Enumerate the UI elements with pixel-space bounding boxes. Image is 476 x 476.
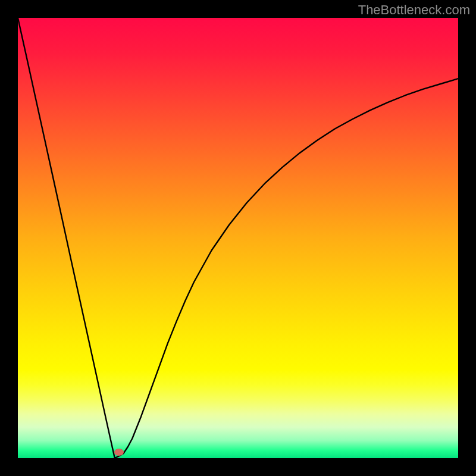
bottleneck-curve	[18, 18, 458, 458]
watermark-text: TheBottleneck.com	[358, 2, 470, 18]
stage: TheBottleneck.com	[0, 0, 476, 476]
plot-area	[18, 18, 458, 458]
